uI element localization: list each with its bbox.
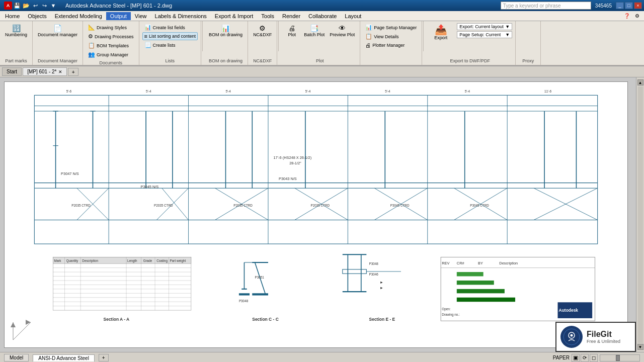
page-setup-select[interactable]: Page Setup: Current ▼ <box>457 31 512 38</box>
maximize-btn[interactable]: □ <box>625 2 633 9</box>
ribbon-group-plot: 🖨 Plot 📑 Batch Plot 👁 Preview Plot Plot <box>280 21 360 65</box>
ribbon-export-content: 📤 Export Export: Current layout ▼ Page S… <box>427 22 513 58</box>
drawing-processes-btn[interactable]: ⚙ Drawing Processes <box>86 32 136 41</box>
zoom-slider[interactable] <box>600 354 640 361</box>
tab-active-doc[interactable]: [MP] 601 - 2* ✕ <box>23 67 67 76</box>
main-area: P3047 N/S P3045 N/S P3043 N/S <box>0 77 644 352</box>
menu-extended-modeling[interactable]: Extended Modeling <box>51 12 106 20</box>
ribbon-group-lists: 📊 Create list fields ≡ List sorting and … <box>139 21 201 65</box>
numbering-btn[interactable]: 🔢 Numbering <box>3 23 29 39</box>
preview-plot-btn[interactable]: 👁 Preview Plot <box>328 23 357 39</box>
export-label: Export <box>434 35 447 40</box>
ribbon-page-content: 📊 Page Setup Manager 📋 View Details 🖨 Pl… <box>362 22 420 63</box>
page-setup-select-arrow: ▼ <box>505 32 510 37</box>
tab-close-btn[interactable]: ✕ <box>58 69 62 74</box>
tab-start[interactable]: Start <box>2 67 22 76</box>
drawing-area[interactable]: P3047 N/S P3045 N/S P3043 N/S <box>0 77 636 352</box>
sep3 <box>423 21 424 51</box>
svg-rect-113 <box>457 289 505 293</box>
menu-home[interactable]: Home <box>1 12 24 20</box>
menu-tools[interactable]: Tools <box>257 12 278 20</box>
drawing-styles-btn[interactable]: 📐 Drawing Styles <box>86 23 136 32</box>
create-lists-btn[interactable]: 📃 Create lists <box>142 41 198 49</box>
document-manager-btn[interactable]: 📄 Document manager <box>36 23 79 39</box>
menu-export-import[interactable]: Export & Import <box>211 12 257 20</box>
menu-render[interactable]: Render <box>278 12 304 20</box>
svg-rect-114 <box>457 298 515 302</box>
minimize-btn[interactable]: _ <box>616 2 624 9</box>
qa-undo[interactable]: ↩ <box>31 2 39 10</box>
list-sorting-btn[interactable]: ≡ List sorting and content <box>142 32 198 40</box>
settings-btn[interactable]: ⚙ <box>633 12 641 20</box>
qa-save[interactable]: 💾 <box>13 2 21 10</box>
scroll-track[interactable] <box>638 86 643 343</box>
view-controls: ▣ ⟳ ◻ <box>572 354 598 362</box>
page-setup-label: Page Setup Manager <box>374 25 417 30</box>
ribbon-group-proxy: Proxy <box>516 21 541 65</box>
close-btn[interactable]: × <box>634 2 642 9</box>
svg-text:P3045 N/S: P3045 N/S <box>141 185 159 189</box>
quick-access-toolbar: A 💾 📂 ↩ ↪ ▼ <box>2 2 59 10</box>
batch-plot-btn[interactable]: 📑 Batch Plot <box>302 23 327 39</box>
svg-rect-112 <box>457 281 494 285</box>
search-bar[interactable]: Type a keyword or phrase <box>501 2 591 10</box>
svg-text:5'-4: 5'-4 <box>225 89 231 93</box>
export-layout-select[interactable]: Export: Current layout ▼ <box>457 23 512 30</box>
svg-text:Autodesk: Autodesk <box>559 308 579 313</box>
scroll-down-btn[interactable]: ▼ <box>637 344 643 350</box>
menu-labels-dimensions[interactable]: Labels & Dimensions <box>151 12 211 20</box>
qa-dropdown[interactable]: ▼ <box>49 2 57 10</box>
export-btn[interactable]: 📤 Export <box>428 23 454 42</box>
page-setup-icon: 📊 <box>365 24 372 31</box>
model-tab[interactable]: Model <box>4 354 29 361</box>
svg-text:Section A - A: Section A - A <box>104 317 130 322</box>
qa-redo[interactable]: ↪ <box>40 2 48 10</box>
page-setup-manager-btn[interactable]: 📊 Page Setup Manager <box>363 23 419 32</box>
tab-active-label: [MP] 601 - 2* <box>27 69 56 74</box>
plotter-manager-label: Plotter Manager <box>372 43 405 48</box>
menu-output[interactable]: Output <box>106 12 131 20</box>
menu-view[interactable]: View <box>131 12 151 20</box>
plot-btn[interactable]: 🖨 Plot <box>283 23 301 39</box>
right-scrollbar[interactable]: ▲ ▼ <box>636 77 644 352</box>
paper-label: PAPER <box>553 355 570 360</box>
svg-text:5'-4: 5'-4 <box>146 89 151 93</box>
bom-drawing-btn[interactable]: 📊 BOM on drawing <box>207 23 245 39</box>
svg-text:5'-4: 5'-4 <box>385 89 390 93</box>
plotter-manager-btn[interactable]: 🖨 Plotter Manager <box>363 41 419 49</box>
ribbon-content: 🔢 Numbering Part marks 📄 Document manage… <box>0 21 644 65</box>
create-list-fields-btn[interactable]: 📊 Create list fields <box>142 23 198 32</box>
doc-manager-group-label: Document Manager <box>38 58 77 64</box>
new-tab-btn[interactable]: + <box>68 68 78 76</box>
svg-text:28-1/2": 28-1/2" <box>289 161 301 165</box>
svg-text:P3043 N/S: P3043 N/S <box>279 176 297 181</box>
qa-open[interactable]: 📂 <box>22 2 30 10</box>
ribbon-plot-content: 🖨 Plot 📑 Batch Plot 👁 Preview Plot <box>282 22 358 58</box>
svg-point-121 <box>571 334 573 337</box>
grid-view-btn[interactable]: ▣ <box>572 354 580 362</box>
scroll-up-btn[interactable]: ▲ <box>637 79 643 85</box>
svg-text:Grade: Grade <box>143 259 152 262</box>
menu-collaborate[interactable]: Collaborate <box>304 12 341 20</box>
group-manager-btn[interactable]: 👥 Group Manager <box>86 50 136 59</box>
rotate-btn[interactable]: ⟳ <box>581 354 589 362</box>
part-marks-label: Part marks <box>5 58 27 64</box>
ncdxf-btn[interactable]: ⚙ NC&DXF <box>251 23 274 39</box>
drawing-styles-icon: 📐 <box>88 24 95 31</box>
ansi-tab[interactable]: ANSI-D Advance Steel <box>33 354 95 361</box>
create-list-fields-label: Create list fields <box>153 25 185 30</box>
svg-text:P3045 CTRD: P3045 CTRD <box>470 204 489 207</box>
view-details-label: View Details <box>374 34 398 39</box>
view-details-btn[interactable]: 📋 View Details <box>363 32 419 41</box>
svg-text:Length: Length <box>127 259 137 263</box>
plot-icon: 🖨 <box>288 25 295 32</box>
help-btn[interactable]: ❓ <box>623 12 631 20</box>
ribbon: 🔢 Numbering Part marks 📄 Document manage… <box>0 21 644 66</box>
bom-templates-btn[interactable]: 📋 BOM Templates <box>86 41 136 50</box>
menu-layout[interactable]: Layout <box>341 12 365 20</box>
layout-btn[interactable]: ◻ <box>590 354 598 362</box>
menu-objects[interactable]: Objects <box>24 12 50 20</box>
bom-templates-label: BOM Templates <box>97 43 129 48</box>
add-sheet-btn[interactable]: + <box>99 354 109 361</box>
svg-text:11'-6: 11'-6 <box>544 89 551 93</box>
